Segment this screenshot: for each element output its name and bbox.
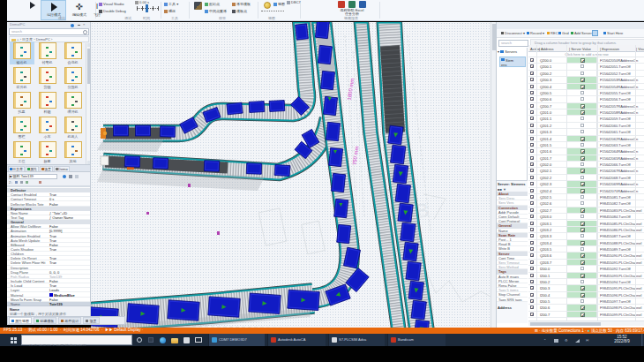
svg-text:750 mm: 750 mm [352, 146, 360, 165]
